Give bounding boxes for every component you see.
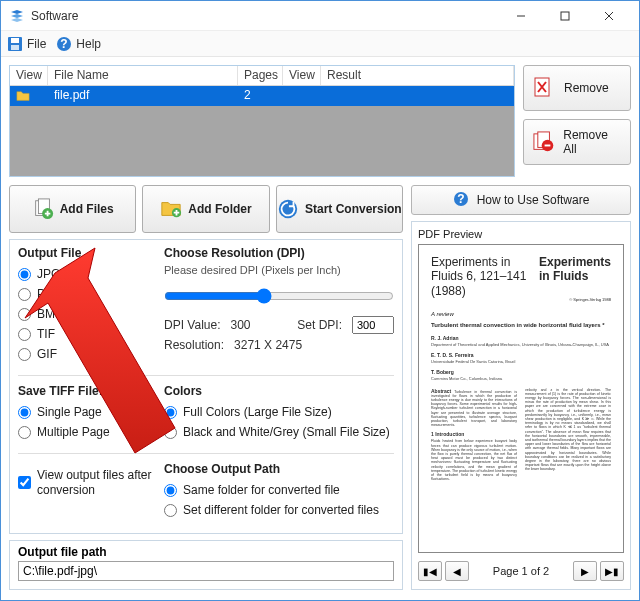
table-row[interactable]: file.pdf 2 [10, 86, 514, 106]
svg-text:?: ? [457, 192, 464, 206]
view-output-checkbox[interactable]: View output files after conversion [18, 468, 156, 497]
how-to-use-label: How to Use Software [477, 193, 590, 207]
output-path-input[interactable] [18, 561, 394, 581]
svg-rect-5 [11, 38, 19, 43]
dpi-res-value: 3271 X 2475 [234, 338, 302, 352]
dpi-desc: Please desired DPI (Pixels per Inch) [164, 264, 394, 276]
cell-filename: file.pdf [48, 86, 238, 106]
start-conversion-button[interactable]: Start Conversion [276, 185, 403, 233]
minimize-button[interactable] [499, 2, 543, 30]
menu-help[interactable]: ? Help [56, 36, 101, 52]
menu-help-label: Help [76, 37, 101, 51]
options-panel: Output File JPG PNG BMP TIF GIF Choose R… [9, 239, 403, 534]
dpi-value: 300 [230, 318, 250, 332]
radio-path-same[interactable]: Same folder for converted file [164, 480, 394, 500]
cell-pages: 2 [238, 86, 283, 106]
radio-colors-full[interactable]: Full Colors (Large File Size) [164, 402, 394, 422]
how-to-use-button[interactable]: ? How to Use Software [411, 185, 631, 215]
add-files-icon [32, 198, 54, 220]
nav-last-button[interactable]: ▶▮ [600, 561, 624, 581]
remove-all-label: Remove All [563, 128, 622, 156]
save-icon [7, 36, 23, 52]
remove-button[interactable]: Remove [523, 65, 631, 111]
dpi-set-label: Set DPI: [297, 318, 342, 332]
svg-rect-6 [11, 45, 19, 50]
choose-output-heading: Choose Output Path [164, 462, 394, 476]
pdf-preview-panel: PDF Preview Experiments in Fluids 6, 121… [411, 221, 631, 590]
add-folder-label: Add Folder [188, 202, 251, 216]
dpi-value-label: DPI Value: [164, 318, 220, 332]
radio-path-diff[interactable]: Set different folder for converted files [164, 500, 394, 520]
col-view[interactable]: View [10, 66, 48, 85]
menubar: File ? Help [1, 31, 639, 57]
col-filename[interactable]: File Name [48, 66, 238, 85]
svg-text:?: ? [61, 37, 68, 51]
refresh-icon [277, 198, 299, 220]
help-icon: ? [56, 36, 72, 52]
output-path-panel: Output file path [9, 540, 403, 590]
add-folder-button[interactable]: Add Folder [142, 185, 269, 233]
file-table[interactable]: View File Name Pages View Result file.pd… [9, 65, 515, 177]
colors-heading: Colors [164, 384, 394, 398]
dpi-slider[interactable] [164, 288, 394, 304]
radio-tiff-single[interactable]: Single Page [18, 402, 156, 422]
remove-all-button[interactable]: Remove All [523, 119, 631, 165]
nav-next-button[interactable]: ▶ [573, 561, 597, 581]
page-indicator: Page 1 of 2 [493, 565, 549, 577]
col-result[interactable]: Result [321, 66, 514, 85]
nav-first-button[interactable]: ▮◀ [418, 561, 442, 581]
dpi-heading: Choose Resolution (DPI) [164, 246, 394, 260]
menu-file-label: File [27, 37, 46, 51]
radio-bmp[interactable]: BMP [18, 304, 156, 324]
start-conversion-label: Start Conversion [305, 202, 402, 216]
pdf-preview-page[interactable]: Experiments in Fluids 6, 121–141 (1988) … [418, 244, 624, 553]
menu-file[interactable]: File [7, 36, 46, 52]
remove-icon [532, 76, 556, 100]
output-path-heading: Output file path [18, 545, 394, 559]
remove-all-icon [532, 130, 555, 154]
maximize-button[interactable] [543, 2, 587, 30]
cell-result [321, 86, 514, 106]
col-view2[interactable]: View [283, 66, 321, 85]
radio-tiff-multi[interactable]: Multiple Page [18, 422, 156, 442]
titlebar: Software [1, 1, 639, 31]
add-files-button[interactable]: Add Files [9, 185, 136, 233]
help-icon: ? [453, 191, 469, 210]
close-button[interactable] [587, 2, 631, 30]
add-files-label: Add Files [60, 202, 114, 216]
output-file-heading: Output File [18, 246, 156, 260]
pdf-preview-heading: PDF Preview [418, 228, 624, 240]
nav-prev-button[interactable]: ◀ [445, 561, 469, 581]
radio-gif[interactable]: GIF [18, 344, 156, 364]
folder-icon [16, 89, 30, 103]
radio-png[interactable]: PNG [18, 284, 156, 304]
col-pages[interactable]: Pages [238, 66, 283, 85]
radio-tif[interactable]: TIF [18, 324, 156, 344]
app-icon [9, 8, 25, 24]
dpi-set-input[interactable] [352, 316, 394, 334]
radio-colors-bw[interactable]: Black and White/Grey (Small File Size) [164, 422, 394, 442]
dpi-res-label: Resolution: [164, 338, 224, 352]
table-header: View File Name Pages View Result [10, 66, 514, 86]
radio-jpg[interactable]: JPG [18, 264, 156, 284]
save-tiff-heading: Save TIFF File: [18, 384, 156, 398]
remove-label: Remove [564, 81, 609, 95]
window-title: Software [31, 9, 499, 23]
add-folder-icon [160, 198, 182, 220]
svg-rect-1 [561, 12, 569, 20]
